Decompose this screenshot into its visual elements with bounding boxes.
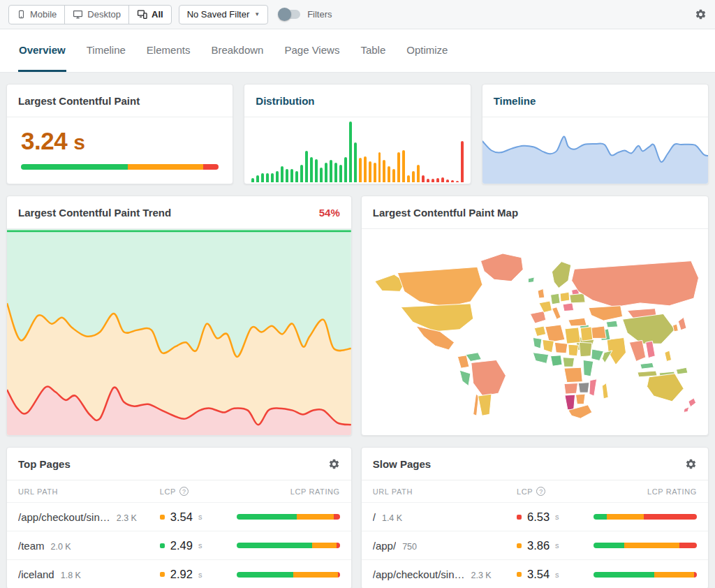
slow_pages-rows: / 1.4 K 6.53 s /app/ 750 3.86 s /app/che… <box>362 503 708 588</box>
lcp-rating-bar <box>21 164 219 170</box>
col-url-path: URL PATH <box>373 487 517 496</box>
lcp-unit: s <box>73 131 84 154</box>
main-tabs: Overview Timeline Elements Breakdown Pag… <box>0 29 715 73</box>
page-url: /app/checkout/sin… <box>18 511 110 523</box>
lcp-rating-bar <box>594 514 697 520</box>
tab-elements[interactable]: Elements <box>146 44 191 72</box>
page-url: / <box>373 511 376 523</box>
timeline-title[interactable]: Timeline <box>494 95 536 107</box>
table-row[interactable]: /app/checkout/sin… 2.3 K 3.54 s <box>7 503 351 531</box>
page-url: /team <box>18 540 45 552</box>
col-lcp: LCP <box>517 487 533 496</box>
top-filter-bar: Mobile Desktop All No Saved Filter ▼ Fil… <box>0 0 715 29</box>
lcp-summary-title: Largest Contentful Paint <box>18 95 140 107</box>
help-icon[interactable]: ? <box>179 487 189 496</box>
timeline-card: Timeline <box>482 84 709 184</box>
rating-dot <box>160 572 165 577</box>
distribution-card: Distribution <box>244 84 471 184</box>
table-row[interactable]: / 1.4 K 6.53 s <box>362 503 708 531</box>
lcp-value: 2.49 <box>170 539 193 552</box>
lcp-unit: s <box>555 513 559 521</box>
distribution-chart <box>251 122 463 182</box>
col-url-path: URL PATH <box>18 487 160 496</box>
mobile-filter-label: Mobile <box>30 9 57 20</box>
desktop-icon <box>73 9 83 20</box>
timeline-chart <box>482 117 708 184</box>
device-segmented-control: Mobile Desktop All <box>8 5 172 24</box>
lcp-unit: s <box>198 541 202 550</box>
lcp-unit: s <box>198 571 202 579</box>
lcp-unit: s <box>555 571 559 579</box>
phone-icon <box>17 9 26 20</box>
lcp-trend-card: Largest Contentful Paint Trend 54% <box>6 196 352 436</box>
lcp-value: 3.24 s <box>21 127 219 155</box>
help-icon[interactable]: ? <box>536 487 545 496</box>
mobile-filter-button[interactable]: Mobile <box>9 6 65 24</box>
lcp-trend-chart <box>7 229 351 435</box>
table-row[interactable]: /iceland 1.8 K 2.92 s <box>7 560 351 588</box>
top_pages-rows: /app/checkout/sin… 2.3 K 3.54 s /team 2.… <box>7 503 351 588</box>
rating-dot <box>517 515 522 520</box>
rating-dot <box>160 543 165 548</box>
slow-pages-settings-icon[interactable] <box>685 458 697 470</box>
page-view-count: 1.4 K <box>382 513 402 523</box>
rating-dot <box>517 572 522 577</box>
lcp-rating-bar <box>594 543 697 548</box>
table-row[interactable]: /app/checkout/sin… 2.3 K 3.54 s <box>362 560 708 588</box>
all-devices-filter-label: All <box>152 9 163 20</box>
top-pages-title: Top Pages <box>18 458 71 470</box>
tab-table[interactable]: Table <box>360 44 386 72</box>
lcp-summary-card: Largest Contentful Paint 3.24 s <box>6 84 233 184</box>
tab-overview[interactable]: Overview <box>18 44 66 72</box>
good-share-badge: 54% <box>319 207 340 219</box>
lcp-map-card: Largest Contentful Paint Map <box>361 196 709 436</box>
rating-dot <box>160 515 165 520</box>
page-url: /iceland <box>18 568 54 580</box>
tab-timeline[interactable]: Timeline <box>86 44 126 72</box>
lcp-unit: s <box>555 541 559 550</box>
distribution-title[interactable]: Distribution <box>256 95 314 107</box>
lcp-value: 2.92 <box>170 568 193 581</box>
col-lcp-rating: LCP RATING <box>237 487 340 496</box>
page-view-count: 1.8 K <box>61 571 81 580</box>
tab-breakdown[interactable]: Breakdown <box>210 44 264 72</box>
slow-pages-title: Slow Pages <box>373 458 431 470</box>
top-pages-column-headers: URL PATH LCP? LCP RATING <box>7 480 351 503</box>
tab-optimize[interactable]: Optimize <box>406 44 448 72</box>
lcp-value: 3.54 <box>527 568 550 581</box>
chevron-down-icon: ▼ <box>254 11 260 17</box>
page-url: /app/checkout/sin… <box>373 568 465 580</box>
page-view-count: 750 <box>402 542 417 552</box>
desktop-filter-button[interactable]: Desktop <box>65 6 129 24</box>
page-view-count: 2.0 K <box>51 542 71 552</box>
table-row[interactable]: /team 2.0 K 2.49 s <box>7 531 351 560</box>
lcp-rating-bar <box>237 572 340 578</box>
lcp-value: 3.86 <box>527 539 550 552</box>
col-lcp: LCP <box>160 487 176 496</box>
page-view-count: 2.3 K <box>471 571 492 580</box>
lcp-value: 6.53 <box>527 510 550 524</box>
settings-gear-icon[interactable] <box>695 8 707 20</box>
table-row[interactable]: /app/ 750 3.86 s <box>362 531 708 560</box>
rating-dot <box>517 543 522 548</box>
page-url: /app/ <box>373 540 396 552</box>
all-devices-icon <box>137 9 147 20</box>
lcp-rating-bar <box>237 543 340 548</box>
top-pages-settings-icon[interactable] <box>328 458 340 470</box>
filters-toggle-label: Filters <box>307 9 332 20</box>
filters-toggle[interactable] <box>279 10 300 19</box>
toggle-knob <box>278 8 291 21</box>
world-map <box>369 237 701 427</box>
all-devices-filter-button[interactable]: All <box>129 6 171 24</box>
saved-filter-value: No Saved Filter <box>187 9 250 20</box>
lcp-rating-bar <box>594 572 697 578</box>
col-lcp-rating: LCP RATING <box>594 487 697 496</box>
saved-filter-dropdown[interactable]: No Saved Filter ▼ <box>179 5 269 24</box>
lcp-unit: s <box>198 513 202 521</box>
tab-page-views[interactable]: Page Views <box>283 44 340 72</box>
page-view-count: 2.3 K <box>117 513 137 523</box>
slow-pages-column-headers: URL PATH LCP? LCP RATING <box>362 480 708 503</box>
desktop-filter-label: Desktop <box>87 9 121 20</box>
lcp-value: 3.54 <box>170 510 193 524</box>
lcp-trend-title: Largest Contentful Paint Trend <box>18 207 171 219</box>
